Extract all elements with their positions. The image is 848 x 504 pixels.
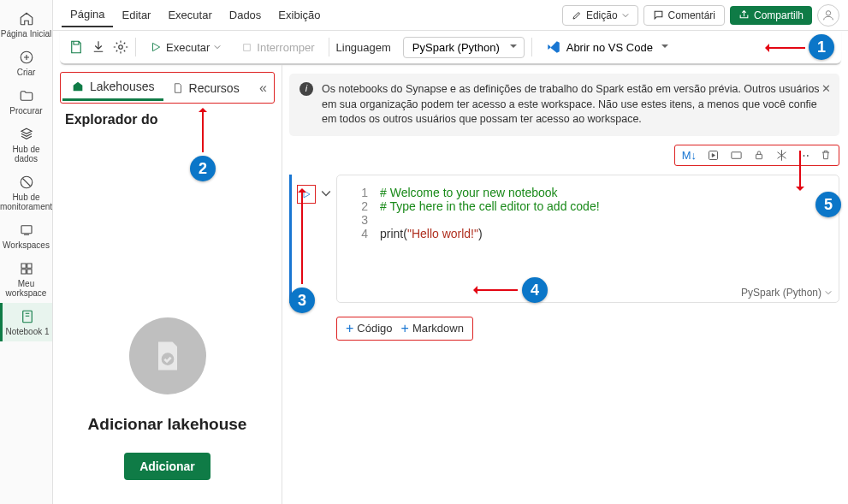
add-markdown-cell-button[interactable]: +Markdown — [401, 321, 464, 336]
arrow-3 — [301, 190, 303, 284]
user-avatar[interactable] — [817, 4, 839, 27]
add-cell-buttons: +Código +Markdown — [336, 317, 473, 341]
nav-rail: Página Inicial Criar Procurar Hub de dad… — [0, 0, 53, 504]
language-label: Linguagem — [336, 41, 391, 54]
notebook-area: i Os notebooks do Synapse e as definiçõe… — [282, 65, 848, 504]
nav-browse[interactable]: Procurar — [0, 82, 52, 121]
nav-workspaces[interactable]: Workspaces — [0, 216, 52, 255]
cell-language-tag[interactable]: PySpark (Python) — [741, 287, 832, 299]
nav-monitoring[interactable]: Hub de monitorament — [0, 169, 52, 216]
svg-rect-10 — [756, 154, 762, 158]
open-vscode-button[interactable]: Abrir no VS Code — [539, 36, 673, 58]
close-banner-button[interactable]: ✕ — [821, 82, 831, 98]
svg-rect-6 — [244, 44, 251, 50]
svg-rect-9 — [732, 151, 741, 158]
arrow-4 — [475, 289, 518, 291]
code-line-2: # Type here in the cell editor to add co… — [380, 199, 600, 213]
nav-create[interactable]: Criar — [0, 44, 52, 82]
language-value: PySpark (Python) — [412, 41, 500, 54]
add-markdown-label: Markdown — [412, 322, 464, 335]
menu-data[interactable]: Dados — [221, 3, 270, 27]
add-code-cell-button[interactable]: +Código — [346, 321, 393, 336]
nav-datahub[interactable]: Hub de dados — [0, 121, 52, 169]
interrupt-button: Interromper — [234, 38, 321, 57]
comments-button[interactable]: Comentári — [643, 5, 725, 26]
share-icon — [738, 9, 750, 21]
interrupt-label: Interromper — [257, 41, 314, 54]
run-all-label: Executar — [166, 41, 210, 54]
monitor-icon — [18, 174, 35, 191]
nav-browse-label: Procurar — [9, 106, 42, 116]
vscode-label: Abrir no VS Code — [566, 41, 653, 54]
folder-icon — [18, 87, 35, 104]
svg-rect-2 — [21, 226, 32, 234]
menu-page[interactable]: Página — [62, 3, 113, 27]
download-icon[interactable] — [91, 39, 106, 55]
file-icon — [172, 82, 184, 94]
add-code-label: Código — [357, 322, 392, 335]
chevron-down-icon — [622, 12, 629, 19]
explorer-title: Explorador do — [53, 104, 282, 136]
edit-mode-button[interactable]: Edição — [562, 5, 638, 26]
edit-mode-label: Edição — [586, 9, 618, 21]
info-banner: i Os notebooks do Synapse e as definiçõe… — [289, 74, 839, 136]
run-all-button[interactable]: Executar — [143, 38, 228, 57]
add-lakehouse-button[interactable]: Adicionar — [124, 453, 211, 480]
code-editor[interactable]: 1# Welcome to your new notebook 2# Type … — [336, 175, 839, 303]
myws-icon — [18, 260, 35, 277]
vscode-icon — [546, 39, 561, 55]
nav-myws-label: Meu workspace — [0, 279, 52, 298]
svg-point-5 — [119, 45, 123, 50]
callout-1: 1 — [809, 34, 834, 60]
cell-collapse-button[interactable] — [321, 188, 331, 199]
share-label: Compartilh — [754, 9, 804, 21]
menu-run[interactable]: Executar — [159, 3, 220, 27]
nav-myws[interactable]: Meu workspace — [0, 255, 52, 303]
cell-toolbar: M↓ ⋯ — [674, 145, 839, 166]
run-cell-icon[interactable] — [707, 149, 720, 162]
output-icon[interactable] — [730, 149, 743, 162]
tab-resources-label: Recursos — [189, 81, 240, 95]
onelake-icon — [18, 126, 35, 143]
collapse-explorer-button[interactable]: « — [254, 77, 272, 99]
callout-2: 2 — [190, 156, 216, 181]
nav-monitoring-label: Hub de monitorament — [0, 193, 52, 211]
share-button[interactable]: Compartilh — [730, 6, 812, 25]
convert-markdown-button[interactable]: M↓ — [682, 149, 697, 162]
code-line-4a: print( — [380, 227, 407, 240]
tab-lakehouses[interactable]: Lakehouses — [62, 74, 163, 101]
play-icon — [150, 41, 162, 53]
callout-3: 3 — [289, 288, 315, 313]
placeholder-icon — [129, 317, 206, 394]
code-line-4c: ) — [478, 227, 483, 240]
menu-view[interactable]: Exibição — [270, 3, 329, 27]
freeze-icon[interactable] — [775, 149, 788, 162]
arrow-5 — [799, 151, 801, 189]
settings-icon[interactable] — [113, 39, 128, 55]
workspaces-icon — [18, 222, 35, 239]
stop-icon — [241, 42, 252, 53]
cell-active-bar — [289, 175, 292, 303]
menu-edit[interactable]: Editar — [113, 3, 159, 27]
save-icon[interactable] — [68, 39, 84, 55]
tab-resources[interactable]: Recursos — [163, 76, 248, 100]
banner-text: Os notebooks do Synapse e as definições … — [322, 82, 829, 127]
nav-home-label: Página Inicial — [1, 29, 51, 39]
nav-notebook[interactable]: Notebook 1 — [0, 303, 52, 341]
tab-lakehouses-label: Lakehouses — [90, 80, 155, 93]
info-icon: i — [299, 82, 313, 96]
callout-4: 4 — [522, 277, 548, 303]
nav-notebook-label: Notebook 1 — [5, 327, 49, 336]
code-cell: 1# Welcome to your new notebook 2# Type … — [289, 175, 839, 303]
explorer-tabs: Lakehouses Recursos « — [60, 72, 275, 104]
nav-home[interactable]: Página Inicial — [0, 5, 52, 44]
language-select[interactable]: PySpark (Python) — [403, 37, 525, 58]
lock-icon[interactable] — [753, 149, 765, 161]
pencil-icon — [572, 10, 582, 21]
plus-circle-icon — [18, 49, 35, 66]
add-lakehouse-title: Adicionar lakehouse — [88, 415, 247, 434]
person-icon — [821, 9, 835, 22]
main-area: Página Editar Executar Dados Exibição Ed… — [53, 0, 848, 504]
nav-create-label: Criar — [17, 68, 36, 77]
delete-icon[interactable] — [820, 149, 832, 161]
